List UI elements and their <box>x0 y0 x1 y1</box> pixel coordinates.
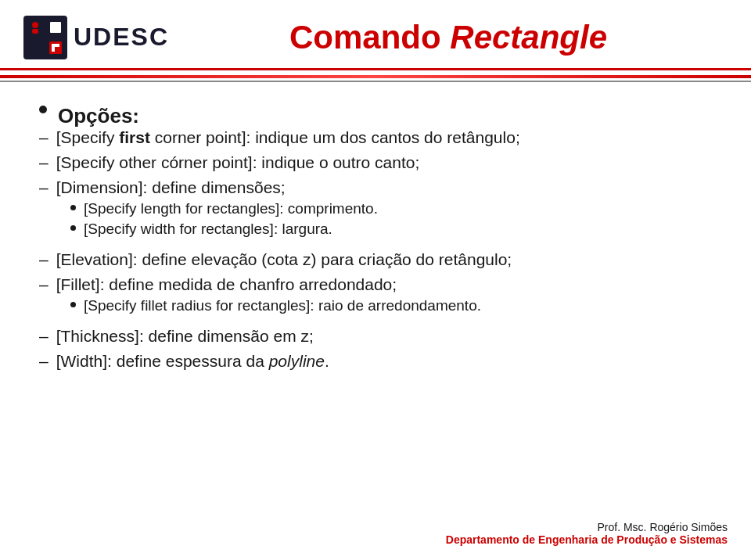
svg-rect-9 <box>52 44 59 47</box>
list-item-text: [Thickness]: define dimensão em z; <box>56 327 314 346</box>
list-item: – [Thickness]: define dimensão em z; <box>39 327 712 346</box>
title-italic: Rectangle <box>450 19 607 56</box>
sub-list-item-text: [Specify fillet radius for rectangles]: … <box>84 297 481 314</box>
list-item: – [Elevation]: define elevação (cota z) … <box>39 250 712 269</box>
title-area: Comando Rectangle <box>169 19 728 56</box>
list-item-text: [Elevation]: define elevação (cota z) pa… <box>56 250 512 269</box>
svg-point-4 <box>32 22 38 28</box>
list-item-text: [Dimension]: define dimensões; <box>56 178 286 197</box>
header: UDESC Comando Rectangle <box>0 0 751 70</box>
logo-text: UDESC <box>74 23 169 52</box>
sub-list-item-text: [Specify width for rectangles]: largura. <box>84 221 332 238</box>
page-title: Comando Rectangle <box>169 19 728 56</box>
list-item-text: [Width]: define espessura da polyline. <box>56 352 329 371</box>
footer-author: Prof. Msc. Rogério Simões <box>446 521 728 533</box>
svg-rect-6 <box>50 22 61 33</box>
list-item: – [Fillet]: define medida de chanfro arr… <box>39 275 712 321</box>
svg-rect-7 <box>49 41 62 54</box>
section-title: Opções: <box>58 104 139 128</box>
bullet-dot <box>39 106 47 113</box>
list-item: – [Specify other córner point]: indique … <box>39 153 712 172</box>
svg-rect-2 <box>27 40 43 56</box>
sub-list-item-text: [Specify length for rectangles]: comprim… <box>84 200 378 217</box>
footer-department: Departamento de Engenharia de Produção e… <box>446 533 728 546</box>
list-item-text: [Fillet]: define medida de chanfro arred… <box>56 275 397 294</box>
list-item: – [Width]: define espessura da polyline. <box>39 352 712 371</box>
sub-list: [Specify fillet radius for rectangles]: … <box>39 297 481 318</box>
red-line <box>0 75 751 78</box>
footer: Prof. Msc. Rogério Simões Departamento d… <box>446 521 728 546</box>
gray-line <box>0 81 751 82</box>
header-decorative-lines <box>0 70 751 82</box>
sub-list: [Specify length for rectangles]: comprim… <box>39 200 378 241</box>
udesc-logo-icon <box>23 16 67 59</box>
sub-list-item: [Specify fillet radius for rectangles]: … <box>70 297 481 314</box>
list-item-text: [Specify other córner point]: indique o … <box>56 153 420 172</box>
sub-list-item: [Specify length for rectangles]: comprim… <box>70 200 378 217</box>
title-normal: Comando <box>289 19 450 56</box>
svg-rect-5 <box>32 29 38 34</box>
sub-list-item: [Specify width for rectangles]: largura. <box>70 221 378 238</box>
main-list: – [Specify first corner point]: indique … <box>39 128 712 371</box>
logo-area: UDESC <box>23 16 169 59</box>
list-item-text: [Specify first corner point]: indique um… <box>56 128 520 147</box>
list-item: – [Specify first corner point]: indique … <box>39 128 712 147</box>
list-item: – [Dimension]: define dimensões; [Specif… <box>39 178 712 244</box>
main-content: Opções: – [Specify first corner point]: … <box>0 82 751 393</box>
opcoes-row: Opções: <box>39 104 712 128</box>
